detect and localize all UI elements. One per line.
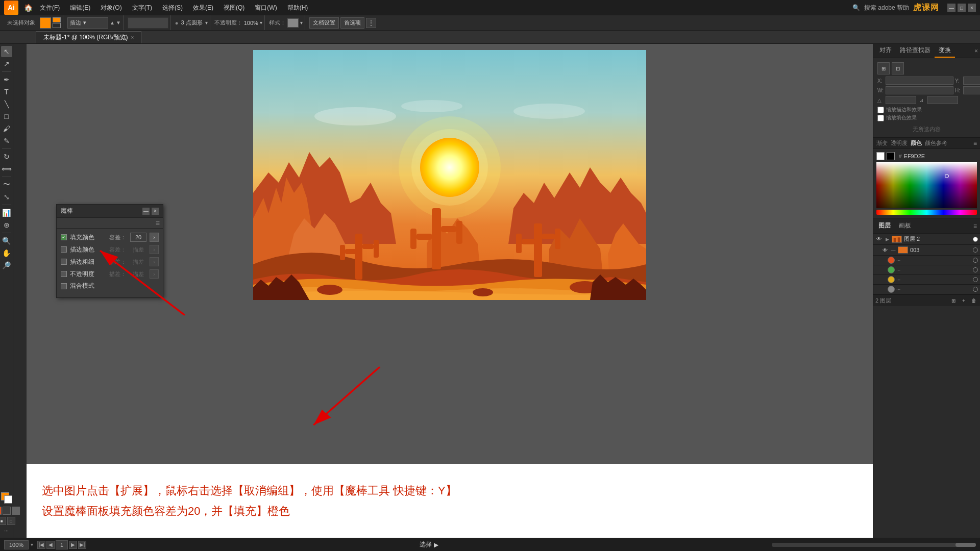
stroke-width-arrow[interactable]: › <box>150 257 159 266</box>
color-spectrum[interactable] <box>876 162 977 208</box>
layer2-target[interactable] <box>973 237 978 242</box>
zoom-tool[interactable]: 🔎 <box>1 260 12 271</box>
fill-color-swatch[interactable] <box>40 17 51 29</box>
extra-swatch-2[interactable] <box>3 507 11 515</box>
tab-pathfinder[interactable]: 路径查找器 <box>896 44 935 58</box>
warp-tool[interactable]: 〜 <box>1 179 12 190</box>
magic-panel-options[interactable]: ≡ <box>156 219 160 227</box>
swatch-gray-target[interactable] <box>973 287 978 292</box>
y-input[interactable] <box>963 77 980 85</box>
paintbrush-tool[interactable]: 🖌 <box>1 123 12 134</box>
preferences-button[interactable]: 首选项 <box>340 17 364 29</box>
background-color[interactable] <box>4 495 12 504</box>
cp-tab-color[interactable]: 颜色 <box>911 139 922 147</box>
select-tool[interactable]: ↖ <box>1 46 12 57</box>
direct-select-tool[interactable]: ↗ <box>1 58 12 69</box>
type-tool[interactable]: T <box>1 86 12 97</box>
layer003-eye[interactable]: 👁 <box>881 246 889 254</box>
graph-tool[interactable]: 📊 <box>1 207 12 218</box>
swatch-yellow[interactable] <box>888 276 895 283</box>
menu-text[interactable]: 文字(T) <box>128 3 156 13</box>
layer003-target[interactable] <box>973 247 978 253</box>
menu-effect[interactable]: 效果(E) <box>189 3 217 13</box>
tab-document[interactable]: 未标题-1* @ 100% (RGB/预览) × <box>36 31 141 43</box>
fill-tolerance-input[interactable] <box>130 233 146 242</box>
stroke-swatch-bottom[interactable] <box>53 23 61 28</box>
swatch-yellow-target[interactable] <box>973 277 978 282</box>
magic-panel-close[interactable]: × <box>152 208 159 215</box>
layers-options-btn[interactable]: ≡ <box>973 222 977 230</box>
scale-tool[interactable]: ⤡ <box>1 191 12 203</box>
page-input[interactable] <box>56 540 68 549</box>
nav-next-btn[interactable]: ▶ <box>69 541 77 549</box>
style-swatch[interactable] <box>287 18 299 28</box>
scroll-track[interactable] <box>772 543 976 547</box>
color-panel-options[interactable]: ≡ <box>973 140 977 147</box>
stroke-mode-btn[interactable]: □ <box>7 517 15 525</box>
w-input[interactable] <box>886 86 953 94</box>
blend-mode-checkbox[interactable] <box>61 283 67 289</box>
magic-panel-minimize[interactable]: — <box>142 208 150 215</box>
swatch-gray[interactable] <box>888 286 895 293</box>
transform-icon-1[interactable]: ⊞ <box>877 62 890 74</box>
cp-tab-color-ref[interactable]: 颜色参考 <box>925 139 947 147</box>
layer-item-layer2[interactable]: 👁 ▶ 图层 2 <box>873 234 980 245</box>
zoom-input[interactable] <box>4 540 29 549</box>
nav-last-btn[interactable]: ▶| <box>78 541 86 549</box>
black-swatch[interactable] <box>887 152 895 160</box>
opacity-dropdown[interactable]: ▾ <box>260 20 262 26</box>
close-button[interactable]: × <box>968 4 976 12</box>
reflect-tool[interactable]: ⟺ <box>1 163 12 174</box>
pencil-tool[interactable]: ✎ <box>1 135 12 146</box>
eyedropper-tool[interactable]: 🔍 <box>1 235 12 246</box>
layer2-eye[interactable]: 👁 <box>875 236 883 243</box>
shear-input[interactable] <box>927 96 958 104</box>
symbol-tool[interactable]: ⊛ <box>1 219 12 231</box>
fill-tolerance-arrow[interactable]: › <box>150 233 159 242</box>
make-sublayer-btn[interactable]: ⊞ <box>949 296 958 305</box>
rotate-tool[interactable]: ↻ <box>1 151 12 162</box>
stroke-tolerance-arrow[interactable]: › <box>150 245 159 254</box>
tab-transform[interactable]: 变换 <box>935 44 955 58</box>
status-play-btn[interactable]: ▶ <box>434 541 438 548</box>
search-icon[interactable]: 🔍 <box>852 4 860 11</box>
scale-strokes-checkbox[interactable] <box>877 107 884 113</box>
blend-dropdown[interactable]: 插边 ▾ <box>67 17 108 29</box>
menu-object[interactable]: 对象(O) <box>96 3 126 13</box>
menu-help[interactable]: 帮助(H) <box>283 3 312 13</box>
more-tools-btn[interactable]: ··· <box>4 528 8 534</box>
angle-input[interactable] <box>886 96 916 104</box>
opacity-checkbox[interactable] <box>61 271 67 277</box>
line-tool[interactable]: ╲ <box>1 98 12 110</box>
hue-slider[interactable] <box>876 210 977 215</box>
right-panel-close-btn[interactable]: × <box>974 47 978 55</box>
stroke-width-checkbox[interactable] <box>61 259 67 265</box>
pen-tool[interactable]: ✒ <box>1 74 12 85</box>
delete-layer-btn[interactable]: 🗑 <box>970 296 978 305</box>
nav-prev-btn[interactable]: ◀ <box>46 541 55 549</box>
tab-align[interactable]: 对齐 <box>875 44 896 58</box>
rect-tool[interactable]: □ <box>1 111 12 122</box>
white-swatch[interactable] <box>876 152 885 160</box>
fill-color-checkbox[interactable] <box>61 234 67 240</box>
x-input[interactable] <box>886 77 953 85</box>
menu-file[interactable]: 文件(F) <box>36 3 64 13</box>
swatch-green-target[interactable] <box>973 267 978 272</box>
new-layer-btn[interactable]: + <box>960 296 968 305</box>
opacity-arrow[interactable]: › <box>150 269 159 279</box>
hand-tool[interactable]: ✋ <box>1 247 12 259</box>
swatch-red[interactable] <box>888 257 895 264</box>
menu-select[interactable]: 选择(S) <box>158 3 187 13</box>
swatch-red-target[interactable] <box>973 258 978 263</box>
brush-up-arrow[interactable]: ▲ <box>110 20 115 26</box>
stroke-color-checkbox[interactable] <box>61 246 67 253</box>
swatch-green[interactable] <box>888 266 895 273</box>
layers-tab-artboards[interactable]: 画板 <box>897 220 913 231</box>
tab-close-button[interactable]: × <box>131 35 134 40</box>
layer003-expand[interactable]: — <box>891 247 896 253</box>
cp-tab-transparency[interactable]: 透明度 <box>891 139 908 147</box>
fill-mode-btn[interactable]: ■ <box>0 517 6 525</box>
layer-item-003[interactable]: 👁 — 003 <box>873 245 980 256</box>
menu-view[interactable]: 视图(Q) <box>219 3 249 13</box>
menu-window[interactable]: 窗口(W) <box>251 3 281 13</box>
